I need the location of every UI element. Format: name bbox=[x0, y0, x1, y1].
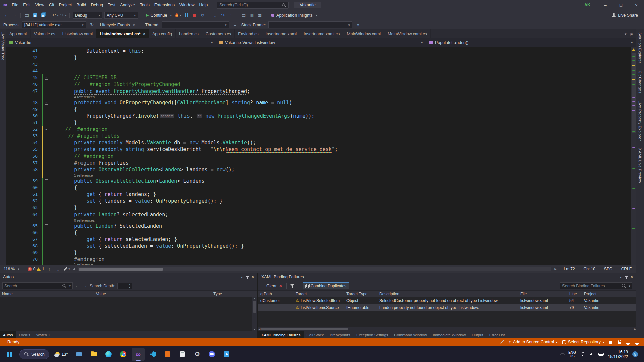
tray-overflow-chevron-icon[interactable] bbox=[560, 353, 564, 356]
code-text[interactable]: #region Properties bbox=[50, 160, 129, 166]
stack-frame-dropdown[interactable]: ▾ bbox=[268, 21, 352, 28]
doc-tab-listwindow-xaml-cs[interactable]: Listwindow.xaml.cs*× bbox=[96, 29, 149, 38]
doc-tab-vakantie-cs[interactable]: Vakantie.cs bbox=[31, 29, 59, 38]
side-tab-live-property-explorer[interactable]: Live Property Explorer bbox=[638, 101, 642, 141]
binding-failures-list[interactable]: dCustomer⚠ListView.SelectedItemObjectSel… bbox=[258, 297, 636, 327]
scroll-down-icon[interactable]: ▼ bbox=[253, 328, 256, 331]
side-tab-solution-explorer[interactable]: Solution Explorer bbox=[638, 32, 642, 63]
tab-list-chevron-down-icon[interactable]: ▾ bbox=[625, 32, 627, 36]
autos-column-type[interactable]: Type bbox=[211, 291, 257, 297]
doc-tab-listwindow-xaml[interactable]: Listwindow.xaml bbox=[59, 29, 96, 38]
autos-vertical-scrollbar[interactable]: ▲ ▼ bbox=[252, 297, 257, 331]
code-line[interactable]: 63 } bbox=[6, 204, 631, 211]
toolbar-overflow-icon[interactable]: » bbox=[355, 21, 362, 29]
code-text[interactable]: } bbox=[50, 204, 77, 211]
editor-horizontal-scrollbar[interactable] bbox=[78, 267, 551, 271]
hscroll-left-icon[interactable]: ◀ bbox=[258, 328, 260, 331]
solution-explorer-icon[interactable]: ▥ bbox=[248, 12, 255, 19]
menu-help[interactable]: Help bbox=[197, 0, 210, 10]
combine-duplicates-toggle[interactable]: Combine Duplicates bbox=[303, 282, 349, 289]
add-to-source-control-button[interactable]: ↑ Add to Source Control ▴ bbox=[509, 340, 557, 344]
code-text[interactable]: } bbox=[50, 54, 77, 61]
taskbar-app-settings[interactable]: ⚙ bbox=[191, 348, 204, 361]
live-share-button[interactable]: Live Share bbox=[618, 13, 638, 18]
bindings-column-target[interactable]: Target bbox=[293, 291, 344, 297]
code-line[interactable]: 64 private Landen? selectedLanden; bbox=[6, 211, 631, 218]
menu-test[interactable]: Test bbox=[105, 0, 118, 10]
screen-share-icon[interactable] bbox=[626, 341, 630, 344]
code-line[interactable]: 70 #endregion bbox=[6, 256, 631, 263]
quick-search-box[interactable]: Search (Ctrl+Q) bbox=[217, 2, 289, 9]
panel-tab-xaml-binding-failures[interactable]: XAML Binding Failures bbox=[258, 331, 304, 338]
code-text[interactable]: public Landen? SelectedLanden bbox=[50, 223, 162, 229]
clear-button[interactable]: Clear bbox=[266, 283, 277, 288]
code-line[interactable]: 68 set { selectedLanden = value; OnPrope… bbox=[6, 243, 631, 249]
code-line[interactable]: 57 #region Properties bbox=[6, 160, 631, 166]
code-text[interactable]: private ObservableCollection<Landen> lan… bbox=[50, 166, 235, 173]
doc-tab-mainwindow-xaml-cs[interactable]: MainWindow.xaml.cs bbox=[384, 29, 431, 38]
pencil-icon[interactable] bbox=[500, 342, 504, 343]
menu-analyze[interactable]: Analyze bbox=[118, 0, 137, 10]
code-text[interactable]: set { selectedLanden = value; OnProperty… bbox=[50, 243, 244, 249]
solution-configurations-dropdown[interactable]: Debug▾ bbox=[73, 12, 102, 19]
doc-tab-landen-cs[interactable]: Landen.cs bbox=[176, 29, 202, 38]
code-line[interactable]: 58 private ObservableCollection<Landen> … bbox=[6, 166, 631, 173]
close-button[interactable]: × bbox=[629, 0, 644, 10]
doc-tab-app-xaml[interactable]: App.xaml bbox=[6, 29, 31, 38]
delete-icon[interactable]: × bbox=[279, 283, 283, 288]
lock-icon[interactable] bbox=[618, 340, 621, 344]
bindings-search-box[interactable]: ▾ bbox=[560, 282, 632, 289]
code-line[interactable]: 48− protected void OnPropertyChanged([Ca… bbox=[6, 99, 631, 106]
save-all-icon[interactable] bbox=[39, 12, 47, 19]
panel-tab-output[interactable]: Output bbox=[469, 331, 486, 338]
battery-icon[interactable] bbox=[598, 353, 604, 356]
code-line[interactable]: 61 get { return landens; } bbox=[6, 191, 631, 198]
taskbar-app-file-explorer[interactable] bbox=[88, 348, 100, 361]
zoom-dropdown[interactable]: 116 %▾ bbox=[2, 267, 21, 272]
navigate-forward-icon[interactable]: → bbox=[11, 12, 18, 19]
code-text[interactable]: DataContext = this; bbox=[50, 48, 144, 54]
menu-debug[interactable]: Debug bbox=[88, 0, 105, 10]
menu-tools[interactable]: Tools bbox=[138, 0, 152, 10]
undo-icon[interactable]: ↶▾ bbox=[52, 12, 59, 19]
taskbar-app-chrome[interactable] bbox=[117, 348, 130, 361]
binding-failure-row[interactable]: ⚠ListView.ItemsSourceIEnumerableLanden p… bbox=[258, 304, 636, 311]
break-all-icon[interactable] bbox=[183, 12, 190, 19]
menu-extensions[interactable]: Extensions bbox=[152, 0, 177, 10]
language-indicator[interactable]: ENG US bbox=[568, 351, 576, 358]
close-panel-icon[interactable]: × bbox=[631, 275, 633, 279]
bindings-column-g-path[interactable]: g Path bbox=[258, 291, 293, 297]
code-line[interactable]: 59− public ObservableCollection<Landen> … bbox=[6, 178, 631, 184]
menu-edit[interactable]: Edit bbox=[21, 0, 33, 10]
account-initials[interactable]: AK bbox=[584, 3, 590, 7]
code-editor[interactable]: 41 DataContext = this;42 }434445− // CUS… bbox=[6, 47, 636, 265]
code-line[interactable]: 53 // #region fields bbox=[6, 133, 631, 139]
navigate-back-icon[interactable]: ← bbox=[3, 12, 10, 19]
code-line[interactable]: 66 { bbox=[6, 229, 631, 236]
taskbar-search[interactable]: Search bbox=[19, 349, 49, 359]
codelens-references[interactable]: 0 references bbox=[74, 218, 95, 223]
doc-tab-mainwindow-xaml[interactable]: MainWindow.xaml bbox=[343, 29, 384, 38]
menu-project[interactable]: Project bbox=[57, 0, 74, 10]
codelens-references[interactable]: 1 reference bbox=[74, 263, 93, 265]
side-tab-live-visual-tree[interactable]: Live Visual Tree bbox=[1, 32, 5, 60]
taskbar-app-orange[interactable] bbox=[161, 348, 174, 361]
scroll-up-icon[interactable]: ▲ bbox=[253, 297, 256, 300]
prev-issue-icon[interactable]: ↑ bbox=[46, 265, 53, 273]
search-depth-stepper[interactable] bbox=[117, 283, 132, 289]
hscroll-right-icon[interactable]: ▶ bbox=[553, 267, 558, 271]
fold-marker[interactable]: − bbox=[45, 101, 48, 105]
code-text[interactable]: { bbox=[50, 184, 77, 191]
code-line[interactable]: 51 } bbox=[6, 119, 631, 126]
xaml-panel-header[interactable]: XAML Binding Failures ▾ × bbox=[258, 273, 636, 281]
save-icon[interactable] bbox=[31, 12, 39, 19]
side-tab-git-changes[interactable]: Git Changes bbox=[638, 71, 642, 93]
code-line[interactable]: 69 } bbox=[6, 249, 631, 256]
menu-build[interactable]: Build bbox=[74, 0, 89, 10]
feedback-icon[interactable] bbox=[635, 341, 639, 344]
editor-vertical-scrollbar[interactable] bbox=[631, 47, 636, 265]
step-over-icon[interactable]: ↷ bbox=[219, 12, 227, 19]
code-line[interactable]: 43 bbox=[6, 61, 631, 68]
menu-file[interactable]: File bbox=[9, 0, 21, 10]
panel-tab-watch-1[interactable]: Watch 1 bbox=[33, 331, 53, 338]
